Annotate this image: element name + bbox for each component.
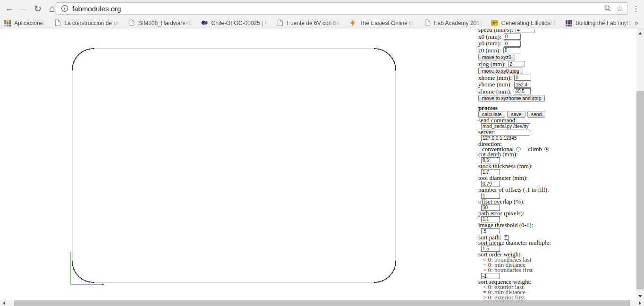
bookmark-item[interactable]: Generating Elliptical B	[491, 19, 557, 27]
z0-row: z0 (mm):	[478, 47, 636, 54]
bookmark-label: Fab Academy 2017	[434, 20, 483, 26]
bookmark-label: Generating Elliptical B	[501, 20, 557, 26]
sort-path-checkbox[interactable]: ✔	[504, 235, 508, 240]
direction-conventional-radio[interactable]	[516, 147, 521, 152]
bookmark-label: Aplicaciones	[14, 20, 46, 26]
move-to-xyz0-row: move to xyz0	[478, 54, 636, 61]
xhome-label: xhome (mm):	[478, 76, 512, 80]
bookmark-label: Chile-OFGC-00025 | P	[212, 20, 269, 26]
y0-label: y0 (mm):	[478, 41, 501, 46]
address-bar[interactable]: fabmodules.org ☆	[56, 2, 628, 15]
z0-input[interactable]	[503, 47, 520, 53]
zjog-input[interactable]	[508, 61, 525, 67]
gap	[478, 102, 636, 106]
yhome-row: yhome (mm):	[478, 81, 636, 88]
field-label: number of offsets (-1 to fill):	[478, 187, 636, 193]
bookmark-item[interactable]: Fuente de 6V con bat	[277, 19, 341, 27]
move-to-xy0-zjog-button[interactable]: move to xy0 zjog	[478, 68, 523, 74]
bookmark-label: The Easiest Online Fo	[359, 20, 415, 26]
x0-label: x0 (mm):	[478, 34, 501, 39]
zjog-label: zjog (mm):	[478, 62, 506, 67]
bookmark-item[interactable]: The Easiest Online Fo	[349, 19, 415, 27]
bookmarks-overflow-icon[interactable]: »	[635, 18, 644, 27]
xhome-row: xhome (mm):	[478, 75, 636, 82]
page-icon	[277, 19, 284, 27]
xhome-input[interactable]	[514, 75, 531, 81]
page-info-icon[interactable]	[61, 5, 68, 12]
field-label: sort merge diameter multiple:	[478, 240, 636, 246]
reload-button[interactable]: ↻	[32, 3, 43, 14]
vertical-scrollbar[interactable]	[636, 29, 644, 300]
page-icon	[424, 19, 431, 27]
process-heading: process	[478, 106, 636, 111]
move-to-xyzhome-and-stop-button[interactable]: move to xyzhome and stop	[478, 95, 545, 102]
horizontal-scroll-thumb[interactable]	[14, 300, 630, 306]
scroll-right-icon[interactable]	[636, 300, 644, 306]
page-icon	[54, 19, 61, 27]
yhome-input[interactable]	[514, 82, 531, 88]
apps-icon	[4, 19, 11, 27]
field-label: cut depth (mm):	[478, 152, 636, 157]
direction-climb-label: climb	[528, 145, 542, 153]
field-label: send command:	[478, 118, 636, 123]
menu-icon[interactable]: ⋮	[630, 3, 642, 14]
field-label: stock thickness (mm):	[478, 164, 636, 169]
vertical-scroll-thumb[interactable]	[636, 91, 644, 289]
send-command-row	[478, 123, 636, 130]
field-label: image threshold (0-1):	[478, 223, 636, 228]
bookmark-label: SIM808_Hardware+D	[138, 20, 193, 26]
scroll-left-icon[interactable]	[0, 300, 8, 306]
url-text: fabmodules.org	[72, 5, 121, 13]
weight-hint: > 0: exterior first	[478, 295, 636, 300]
server-row	[478, 135, 636, 142]
field-label: path error (pixels):	[478, 211, 636, 216]
bookmark-item[interactable]: Fab Academy 2017	[424, 19, 483, 27]
y0-input[interactable]	[504, 41, 521, 47]
bookmarks-list: AplicacionesLa construcción de unSIM808_…	[0, 19, 635, 27]
horizontal-scrollbar[interactable]	[0, 300, 644, 306]
page-icon	[128, 19, 136, 27]
bookmark-item[interactable]: Aplicaciones	[4, 19, 46, 27]
bookmark-item[interactable]: SIM808_Hardware+D	[128, 19, 193, 27]
bookmark-item[interactable]: La construcción de un	[54, 19, 119, 27]
zhome-label: zhome (mm):	[478, 89, 511, 94]
bookmark-item[interactable]: Building the FabTinyIS	[565, 19, 632, 27]
back-button[interactable]: ←	[4, 3, 15, 14]
bookmark-label: Fuente de 6V con bat	[287, 20, 341, 26]
zhome-input[interactable]	[514, 88, 531, 94]
zoom-icon[interactable]	[604, 5, 611, 12]
field-label: tool diameter (mm):	[478, 176, 636, 181]
zhome-row: zhome (mm):	[478, 88, 636, 95]
color-icon	[201, 19, 209, 27]
z0-label: z0 (mm):	[478, 48, 501, 53]
field-label: server:	[478, 130, 636, 135]
bookmark-label: La construcción de un	[64, 20, 119, 26]
direction-climb-radio[interactable]	[544, 147, 549, 152]
field-label: offset overlap (%):	[478, 199, 636, 204]
yellow-icon	[491, 19, 499, 27]
x0-row: x0 (mm):	[478, 34, 636, 41]
speed-input[interactable]	[516, 29, 534, 33]
scroll-up-icon[interactable]	[636, 29, 644, 37]
scroll-down-icon[interactable]	[636, 292, 644, 300]
y0-row: y0 (mm):	[478, 40, 636, 47]
send-button[interactable]: send	[527, 111, 546, 118]
forward-button[interactable]: →	[18, 3, 29, 14]
speed-row: speed (mm/s):	[478, 29, 636, 34]
bookmark-star-icon[interactable]: ☆	[616, 4, 623, 14]
grid-icon	[565, 19, 573, 27]
weight-hint: > 0: boundaries first	[478, 268, 636, 273]
x0-input[interactable]	[504, 34, 521, 40]
fab-modules-panel: speed (mm/s):x0 (mm):y0 (mm):z0 (mm):mov…	[478, 29, 636, 300]
speed-label: speed (mm/s):	[478, 29, 513, 32]
bookmarks-bar: AplicacionesLa construcción de unSIM808_…	[0, 17, 644, 29]
bookmark-item[interactable]: Chile-OFGC-00025 | P	[201, 19, 269, 27]
bolt-icon	[349, 19, 356, 27]
bookmark-label: Building the FabTinyIS	[576, 20, 632, 26]
move-to-xyzhome-and-stop-row: move to xyzhome and stop	[478, 95, 636, 102]
move-to-xyz0-button[interactable]: move to xyz0	[478, 54, 515, 60]
yhome-label: yhome (mm):	[478, 82, 512, 87]
zjog-row: zjog (mm):	[478, 61, 636, 68]
browser-toolbar: ← → ↻ ⌂ fabmodules.org ☆ ⋮	[0, 0, 644, 17]
page-content: speed (mm/s):x0 (mm):y0 (mm):z0 (mm):mov…	[0, 29, 636, 300]
